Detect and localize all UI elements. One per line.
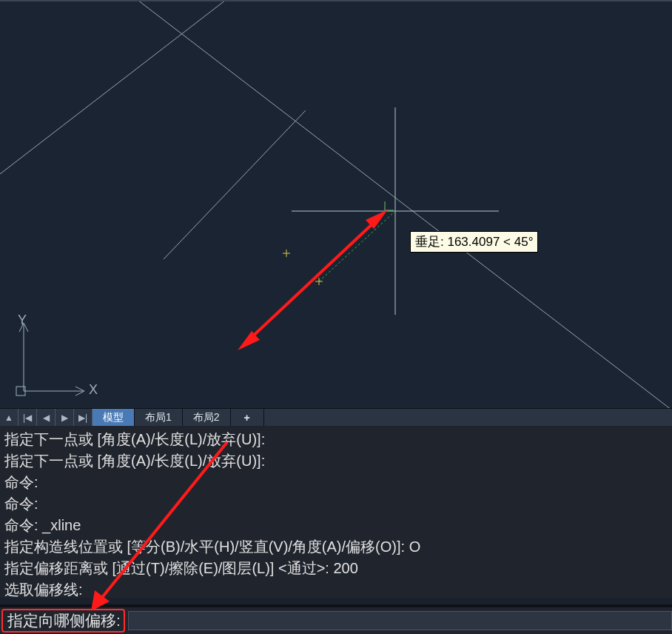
- command-prompt: 指定向哪侧偏移:: [1, 609, 125, 633]
- canvas-svg: [0, 1, 672, 410]
- snap-tooltip: 垂足: 163.4097 < 45°: [410, 231, 538, 253]
- tab-layout2[interactable]: 布局2: [183, 409, 231, 427]
- tab-nav-first[interactable]: |◀: [19, 409, 37, 427]
- history-line: 指定偏移距离或 [通过(T)/擦除(E)/图层(L)] <通过>: 200: [4, 558, 668, 579]
- history-line: 命令: _xline: [4, 515, 668, 536]
- tab-add[interactable]: +: [231, 409, 264, 427]
- layout-tab-bar: ▲ |◀ ◀ ▶ ▶| 模型 布局1 布局2 +: [0, 408, 672, 427]
- offset-segment: [164, 110, 306, 259]
- perp-snap-icon: [385, 201, 394, 210]
- pick-point-1: [283, 250, 290, 257]
- tab-nav-up[interactable]: ▲: [0, 409, 19, 427]
- tab-nav-last[interactable]: ▶|: [74, 409, 93, 427]
- ucs-icon: X Y: [9, 317, 90, 405]
- svg-line-4: [247, 218, 378, 341]
- command-line: 指定向哪侧偏移:: [0, 604, 672, 634]
- annotation-arrow-1: [238, 210, 388, 350]
- tab-layout1[interactable]: 布局1: [135, 409, 183, 427]
- history-line: 指定下一点或 [角度(A)/长度(L)/放弃(U)]:: [4, 450, 668, 472]
- history-line: 命令:: [4, 493, 668, 515]
- xline-2: [0, 1, 226, 176]
- pick-point-2: [315, 278, 323, 285]
- command-input[interactable]: [128, 611, 672, 630]
- tab-model[interactable]: 模型: [93, 409, 135, 427]
- ucs-x-label: X: [89, 382, 98, 398]
- history-line: 命令:: [4, 472, 668, 493]
- tab-nav-next[interactable]: ▶: [56, 409, 74, 427]
- history-line: 选取偏移线:: [4, 579, 668, 598]
- ucs-y-label: Y: [18, 313, 27, 328]
- tab-nav-prev[interactable]: ◀: [37, 409, 56, 427]
- history-line: 指定构造线位置或 [等分(B)/水平(H)/竖直(V)/角度(A)/偏移(O)]…: [4, 536, 668, 558]
- drawing-canvas[interactable]: 垂足: 163.4097 < 45° X Y: [0, 0, 672, 410]
- xline-main: [138, 1, 671, 410]
- rubber-band-line: [319, 211, 395, 281]
- history-line: 指定下一点或 [角度(A)/长度(L)/放弃(U)]:: [4, 429, 668, 450]
- command-history: 指定下一点或 [角度(A)/长度(L)/放弃(U)]: 指定下一点或 [角度(A…: [0, 426, 672, 598]
